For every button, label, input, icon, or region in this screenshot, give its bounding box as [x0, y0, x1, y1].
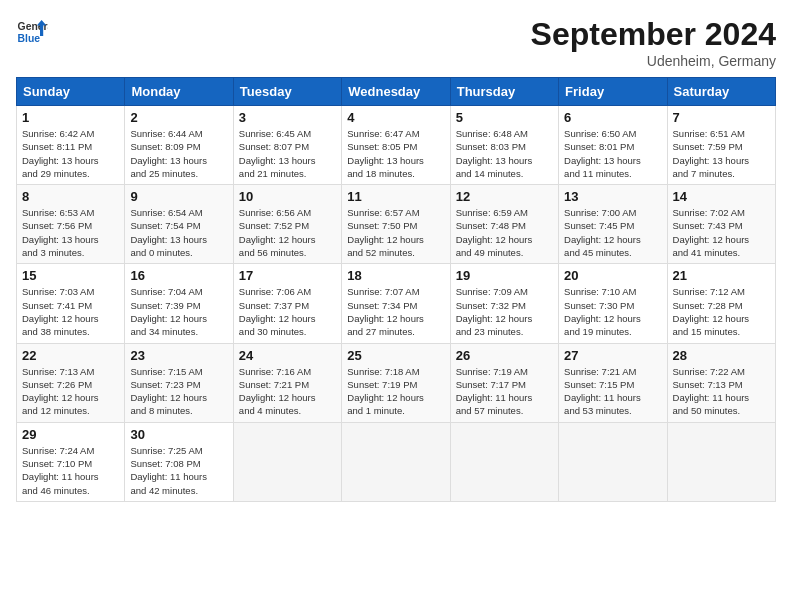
location: Udenheim, Germany	[531, 53, 776, 69]
day-info: Sunrise: 7:16 AM Sunset: 7:21 PM Dayligh…	[239, 365, 336, 418]
day-info: Sunrise: 7:03 AM Sunset: 7:41 PM Dayligh…	[22, 285, 119, 338]
calendar-cell: 22Sunrise: 7:13 AM Sunset: 7:26 PM Dayli…	[17, 343, 125, 422]
day-number: 20	[564, 268, 661, 283]
day-info: Sunrise: 7:25 AM Sunset: 7:08 PM Dayligh…	[130, 444, 227, 497]
calendar-cell: 16Sunrise: 7:04 AM Sunset: 7:39 PM Dayli…	[125, 264, 233, 343]
calendar-cell: 4Sunrise: 6:47 AM Sunset: 8:05 PM Daylig…	[342, 106, 450, 185]
calendar-week-row: 15Sunrise: 7:03 AM Sunset: 7:41 PM Dayli…	[17, 264, 776, 343]
day-info: Sunrise: 6:48 AM Sunset: 8:03 PM Dayligh…	[456, 127, 553, 180]
calendar-cell: 10Sunrise: 6:56 AM Sunset: 7:52 PM Dayli…	[233, 185, 341, 264]
calendar-table: SundayMondayTuesdayWednesdayThursdayFrid…	[16, 77, 776, 502]
calendar-cell: 25Sunrise: 7:18 AM Sunset: 7:19 PM Dayli…	[342, 343, 450, 422]
day-number: 26	[456, 348, 553, 363]
calendar-week-row: 8Sunrise: 6:53 AM Sunset: 7:56 PM Daylig…	[17, 185, 776, 264]
day-number: 23	[130, 348, 227, 363]
calendar-cell: 30Sunrise: 7:25 AM Sunset: 7:08 PM Dayli…	[125, 422, 233, 501]
calendar-cell: 29Sunrise: 7:24 AM Sunset: 7:10 PM Dayli…	[17, 422, 125, 501]
day-info: Sunrise: 7:24 AM Sunset: 7:10 PM Dayligh…	[22, 444, 119, 497]
calendar-cell: 23Sunrise: 7:15 AM Sunset: 7:23 PM Dayli…	[125, 343, 233, 422]
day-info: Sunrise: 7:12 AM Sunset: 7:28 PM Dayligh…	[673, 285, 770, 338]
calendar-cell: 17Sunrise: 7:06 AM Sunset: 7:37 PM Dayli…	[233, 264, 341, 343]
calendar-cell: 12Sunrise: 6:59 AM Sunset: 7:48 PM Dayli…	[450, 185, 558, 264]
day-info: Sunrise: 7:19 AM Sunset: 7:17 PM Dayligh…	[456, 365, 553, 418]
calendar-cell: 26Sunrise: 7:19 AM Sunset: 7:17 PM Dayli…	[450, 343, 558, 422]
day-info: Sunrise: 6:42 AM Sunset: 8:11 PM Dayligh…	[22, 127, 119, 180]
month-title: September 2024	[531, 16, 776, 53]
day-info: Sunrise: 6:56 AM Sunset: 7:52 PM Dayligh…	[239, 206, 336, 259]
day-info: Sunrise: 6:45 AM Sunset: 8:07 PM Dayligh…	[239, 127, 336, 180]
day-number: 12	[456, 189, 553, 204]
calendar-cell: 18Sunrise: 7:07 AM Sunset: 7:34 PM Dayli…	[342, 264, 450, 343]
weekday-header: Saturday	[667, 78, 775, 106]
weekday-header: Thursday	[450, 78, 558, 106]
calendar-cell: 20Sunrise: 7:10 AM Sunset: 7:30 PM Dayli…	[559, 264, 667, 343]
title-block: September 2024 Udenheim, Germany	[531, 16, 776, 69]
calendar-cell: 7Sunrise: 6:51 AM Sunset: 7:59 PM Daylig…	[667, 106, 775, 185]
day-info: Sunrise: 7:15 AM Sunset: 7:23 PM Dayligh…	[130, 365, 227, 418]
weekday-header: Tuesday	[233, 78, 341, 106]
day-number: 21	[673, 268, 770, 283]
calendar-cell: 11Sunrise: 6:57 AM Sunset: 7:50 PM Dayli…	[342, 185, 450, 264]
day-info: Sunrise: 6:57 AM Sunset: 7:50 PM Dayligh…	[347, 206, 444, 259]
calendar-cell: 21Sunrise: 7:12 AM Sunset: 7:28 PM Dayli…	[667, 264, 775, 343]
day-info: Sunrise: 7:09 AM Sunset: 7:32 PM Dayligh…	[456, 285, 553, 338]
calendar-cell	[450, 422, 558, 501]
day-number: 4	[347, 110, 444, 125]
day-number: 2	[130, 110, 227, 125]
weekday-header: Friday	[559, 78, 667, 106]
day-info: Sunrise: 6:53 AM Sunset: 7:56 PM Dayligh…	[22, 206, 119, 259]
day-number: 28	[673, 348, 770, 363]
calendar-cell: 9Sunrise: 6:54 AM Sunset: 7:54 PM Daylig…	[125, 185, 233, 264]
svg-text:Blue: Blue	[18, 33, 41, 44]
day-number: 30	[130, 427, 227, 442]
day-number: 22	[22, 348, 119, 363]
calendar-cell: 13Sunrise: 7:00 AM Sunset: 7:45 PM Dayli…	[559, 185, 667, 264]
day-number: 5	[456, 110, 553, 125]
weekday-header: Wednesday	[342, 78, 450, 106]
calendar-cell: 5Sunrise: 6:48 AM Sunset: 8:03 PM Daylig…	[450, 106, 558, 185]
day-number: 24	[239, 348, 336, 363]
day-number: 14	[673, 189, 770, 204]
calendar-cell	[559, 422, 667, 501]
day-info: Sunrise: 7:13 AM Sunset: 7:26 PM Dayligh…	[22, 365, 119, 418]
day-number: 11	[347, 189, 444, 204]
weekday-header: Sunday	[17, 78, 125, 106]
day-number: 27	[564, 348, 661, 363]
calendar-cell: 2Sunrise: 6:44 AM Sunset: 8:09 PM Daylig…	[125, 106, 233, 185]
calendar-cell	[667, 422, 775, 501]
logo-icon: General Blue	[16, 16, 48, 48]
calendar-cell: 3Sunrise: 6:45 AM Sunset: 8:07 PM Daylig…	[233, 106, 341, 185]
day-info: Sunrise: 6:50 AM Sunset: 8:01 PM Dayligh…	[564, 127, 661, 180]
day-info: Sunrise: 6:44 AM Sunset: 8:09 PM Dayligh…	[130, 127, 227, 180]
day-info: Sunrise: 7:04 AM Sunset: 7:39 PM Dayligh…	[130, 285, 227, 338]
calendar-cell: 24Sunrise: 7:16 AM Sunset: 7:21 PM Dayli…	[233, 343, 341, 422]
calendar-week-row: 1Sunrise: 6:42 AM Sunset: 8:11 PM Daylig…	[17, 106, 776, 185]
day-number: 10	[239, 189, 336, 204]
day-number: 15	[22, 268, 119, 283]
day-number: 1	[22, 110, 119, 125]
day-info: Sunrise: 6:51 AM Sunset: 7:59 PM Dayligh…	[673, 127, 770, 180]
page-header: General Blue September 2024 Udenheim, Ge…	[16, 16, 776, 69]
day-number: 18	[347, 268, 444, 283]
weekday-header: Monday	[125, 78, 233, 106]
day-number: 29	[22, 427, 119, 442]
calendar-cell: 6Sunrise: 6:50 AM Sunset: 8:01 PM Daylig…	[559, 106, 667, 185]
day-number: 19	[456, 268, 553, 283]
day-info: Sunrise: 7:07 AM Sunset: 7:34 PM Dayligh…	[347, 285, 444, 338]
day-info: Sunrise: 7:18 AM Sunset: 7:19 PM Dayligh…	[347, 365, 444, 418]
calendar-cell: 19Sunrise: 7:09 AM Sunset: 7:32 PM Dayli…	[450, 264, 558, 343]
day-number: 8	[22, 189, 119, 204]
calendar-cell	[233, 422, 341, 501]
day-number: 16	[130, 268, 227, 283]
day-number: 17	[239, 268, 336, 283]
logo: General Blue	[16, 16, 48, 48]
day-info: Sunrise: 6:54 AM Sunset: 7:54 PM Dayligh…	[130, 206, 227, 259]
day-info: Sunrise: 6:59 AM Sunset: 7:48 PM Dayligh…	[456, 206, 553, 259]
day-info: Sunrise: 7:02 AM Sunset: 7:43 PM Dayligh…	[673, 206, 770, 259]
calendar-week-row: 22Sunrise: 7:13 AM Sunset: 7:26 PM Dayli…	[17, 343, 776, 422]
calendar-cell	[342, 422, 450, 501]
calendar-header-row: SundayMondayTuesdayWednesdayThursdayFrid…	[17, 78, 776, 106]
day-info: Sunrise: 7:22 AM Sunset: 7:13 PM Dayligh…	[673, 365, 770, 418]
calendar-cell: 15Sunrise: 7:03 AM Sunset: 7:41 PM Dayli…	[17, 264, 125, 343]
day-number: 25	[347, 348, 444, 363]
